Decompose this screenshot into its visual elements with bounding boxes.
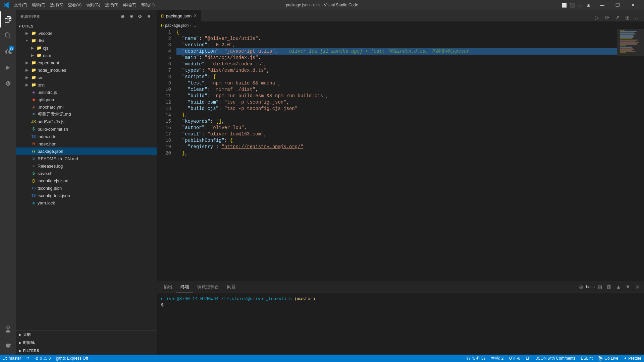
menu-terminal[interactable]: 终端(T) (123, 2, 136, 8)
tree-item-buildcommit[interactable]: $ build-commit.sh (16, 125, 157, 133)
code-editor[interactable]: 1 2 3 4 5 6 7 8 9 10 11 12 13 14 (157, 29, 617, 281)
tree-item-esm[interactable]: ▶ 📁 esm (16, 52, 157, 59)
breadcrumb-filename[interactable]: package.json (165, 23, 189, 28)
tree-item-cjs[interactable]: ▶ 📁 cjs (16, 44, 157, 52)
tree-item-vscode[interactable]: ▶ 📁 .vscode (16, 29, 157, 37)
tree-item-tsconfigtest[interactable]: TS tsconfig.test.json (16, 192, 157, 199)
maximize-button[interactable]: ❐ (610, 0, 625, 10)
collapse-arrow-icon: ▶ (24, 82, 30, 87)
menu-select[interactable]: 选择(S) (50, 2, 63, 8)
new-terminal-button[interactable]: ⊕ (577, 283, 585, 291)
new-file-button[interactable]: ⊕ (119, 13, 126, 20)
spacer-icon (24, 134, 30, 139)
split-terminal-button[interactable]: ⊞ (596, 283, 604, 291)
kill-terminal-button[interactable]: 🗑 (605, 283, 613, 291)
tree-item-test[interactable]: ▶ 📁 test (16, 81, 157, 88)
tab-close-button[interactable]: × (194, 13, 197, 18)
tree-item-mocharc[interactable]: ◈ .mocharc.yml (16, 103, 157, 111)
status-line-ending[interactable]: LF (523, 355, 533, 362)
terminal-content[interactable]: oliver@S740-14 MINGW64 /f/.store/@oliver… (157, 293, 644, 355)
status-sync[interactable]: ⟳ (24, 355, 33, 362)
menu-help[interactable]: 帮助(H) (141, 2, 155, 8)
status-eslint[interactable]: ESLint (578, 355, 595, 362)
tree-item-indexhtml[interactable]: H index.html (16, 140, 157, 147)
new-folder-button[interactable]: ⊞ (128, 13, 135, 20)
activity-explorer[interactable] (0, 11, 16, 27)
tree-item-tsconfigcjs[interactable]: {} tsconfig.cjs.json (16, 177, 157, 184)
line-num-17: 17 (157, 131, 171, 137)
status-encoding[interactable]: UTF-8 (506, 355, 523, 362)
open-in-browser-button[interactable]: ↗ (613, 13, 621, 21)
status-branch[interactable]: ⎇ master (0, 355, 24, 362)
activity-settings[interactable] (0, 337, 16, 353)
tree-item-notes[interactable]: ≡ 项目开发笔记.md (16, 111, 157, 118)
utils-section-header[interactable]: ▾ UTILS (16, 23, 157, 29)
menu-bar[interactable]: 文件(F) 编辑(E) 选择(S) 查看(V) 转到(G) 运行(R) 终端(T… (14, 2, 155, 8)
activity-account[interactable] (0, 321, 16, 337)
tree-item-src[interactable]: ▶ 📁 src (16, 74, 157, 81)
run-code-button[interactable]: ▷ (593, 13, 601, 21)
menu-file[interactable]: 文件(F) (14, 2, 27, 8)
tab-problems[interactable]: 问题 (223, 281, 240, 293)
split-editor-button[interactable]: ⊞ (623, 13, 631, 21)
minimize-button[interactable]: — (594, 0, 610, 10)
activity-run[interactable] (0, 60, 16, 76)
activity-extensions[interactable] (0, 76, 16, 92)
tree-item-savesh[interactable]: $ save.sh (16, 170, 157, 177)
code-content[interactable]: { "name": "@oliver_lou/utils", "version"… (174, 29, 617, 281)
close-button[interactable]: ✕ (625, 0, 641, 10)
toggle-secondary-sidebar[interactable]: ▭ (577, 2, 584, 8)
tree-item-readme[interactable]: ≡ README.zh_CN.md (16, 155, 157, 162)
expand-arrow-icon: ▾ (24, 38, 30, 43)
outline-section-header[interactable]: ▶ 大纲 (16, 330, 157, 339)
line-num-19: 19 (157, 144, 171, 150)
tree-item-dist[interactable]: ▾ 📁 dist (16, 37, 157, 44)
tab-output[interactable]: 输出 (160, 281, 176, 293)
toggle-primary-sidebar[interactable]: ⬜ (561, 2, 568, 8)
tree-item-addsuffixjs[interactable]: JS addSuffixJs.js (16, 118, 157, 125)
toggle-panel[interactable]: ⬛ (569, 2, 576, 8)
tree-item-node-modules[interactable]: ▶ 📁 node_modules (16, 66, 157, 74)
menu-run[interactable]: 运行(R) (105, 2, 119, 8)
tree-item-experiment[interactable]: ▶ 📁 experiment (16, 59, 157, 66)
timeline-section-header[interactable]: ▶ 时间线 (16, 339, 157, 347)
tab-package-json[interactable]: {} package.json × (157, 10, 201, 21)
tree-item-releases[interactable]: ≡ Releases.log (16, 162, 157, 170)
status-line-col[interactable]: 行 4, 列 37 (464, 355, 488, 362)
collapse-all-button[interactable]: ≡ (145, 13, 153, 20)
tree-item-indexdts[interactable]: TS index.d.ts (16, 133, 157, 140)
spacer-icon (24, 119, 30, 124)
tree-item-packagejson[interactable]: {} package.json (16, 147, 157, 155)
filters-section-header[interactable]: ▶ FILTERS (16, 347, 157, 355)
menu-view[interactable]: 查看(V) (68, 2, 82, 8)
activity-source-control[interactable]: 29 (0, 44, 16, 60)
status-errors[interactable]: ⊗ 0 ⚠ 0 (33, 355, 53, 362)
tab-debug-console[interactable]: 调试控制台 (193, 281, 223, 293)
tree-item-gitignore[interactable]: ◆ .gitignore (16, 96, 157, 103)
line-col-text: 行 4, 列 37 (467, 356, 486, 361)
file-label: addSuffixJs.js (38, 119, 64, 124)
customize-layout[interactable]: ⊞ (585, 2, 592, 8)
tab-terminal[interactable]: 终端 (176, 281, 193, 293)
close-panel-button[interactable]: ✕ (633, 283, 641, 291)
menu-edit[interactable]: 编辑(E) (32, 2, 45, 8)
refresh-button[interactable]: ⟳ (137, 13, 144, 20)
code-line-9: "test": "npm run build && mocha", (176, 80, 617, 86)
activity-search[interactable] (0, 27, 16, 44)
more-actions-button[interactable]: … (633, 13, 641, 21)
open-changes-button[interactable]: ⟳ (603, 13, 611, 21)
status-prettier[interactable]: ✦ Prettier (621, 355, 644, 362)
scroll-up-button[interactable]: ▲ (614, 283, 623, 291)
menu-goto[interactable]: 转到(G) (86, 2, 100, 8)
tree-item-tsconfig[interactable]: TS tsconfig.json (16, 184, 157, 192)
status-go-live[interactable]: 📡 Go Live (595, 355, 621, 362)
breadcrumb-path[interactable]: ... (193, 23, 196, 28)
status-spaces[interactable]: 空格: 2 (488, 355, 506, 362)
file-label: esm (43, 53, 51, 58)
tree-item-eslintrc[interactable]: ◈ .eslintrc.js (16, 88, 157, 96)
prettier-icon: ✦ (624, 356, 627, 361)
status-githd[interactable]: githd: Express Off (53, 355, 91, 362)
status-language[interactable]: JSON with Comments (533, 355, 578, 362)
scroll-down-button[interactable]: ▼ (624, 283, 632, 291)
tree-item-yarnlock[interactable]: ◈ yarn.lock (16, 199, 157, 206)
